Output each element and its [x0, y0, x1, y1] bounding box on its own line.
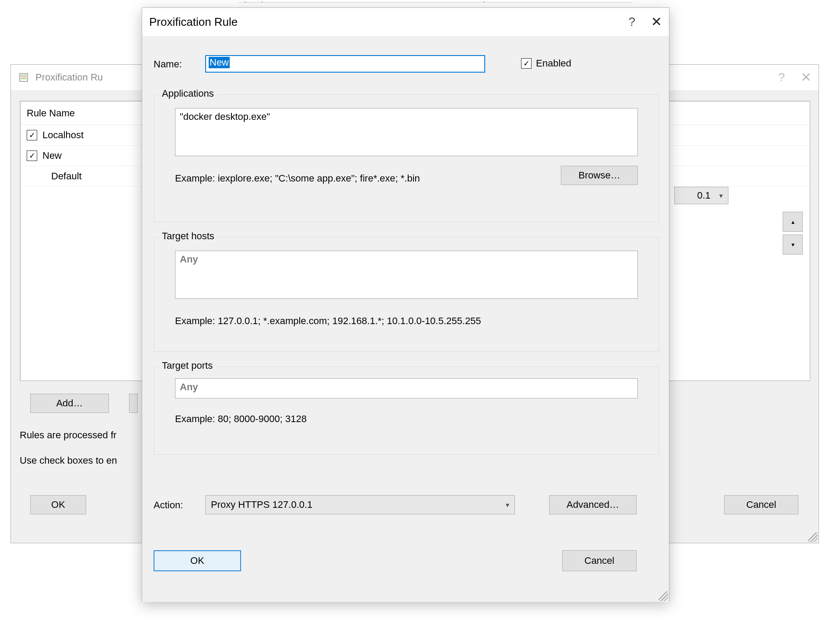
rules-ok-label: OK: [51, 499, 65, 510]
rules-note-1: Rules are processed fr: [20, 430, 116, 441]
rules-window-help-icon[interactable]: ?: [778, 70, 785, 84]
rule-dialog-help-icon[interactable]: ?: [628, 15, 635, 29]
rules-item-label: Localhost: [42, 129, 84, 141]
target-ports-legend: Target ports: [159, 360, 215, 371]
target-hosts-group: Target hosts Any Example: 127.0.0.1; *.e…: [154, 237, 659, 352]
enabled-checkbox[interactable]: ✓ Enabled: [521, 58, 571, 69]
name-label: Name:: [154, 59, 182, 70]
col-time-status-header: Time/Status: [239, 0, 290, 3]
target-ports-group: Target ports Any Example: 80; 8000-9000;…: [154, 367, 659, 455]
rules-window-icon: [18, 72, 29, 83]
checkbox-icon[interactable]: ✓: [27, 130, 37, 140]
enabled-checkbox-label: Enabled: [536, 58, 571, 69]
rules-combo-text: 0.1: [697, 190, 710, 201]
button-partial[interactable]: [129, 394, 138, 413]
name-input-value: New: [209, 57, 230, 68]
rules-combo-partial[interactable]: 0.1 ▾: [674, 187, 728, 204]
chevron-down-icon: ▾: [719, 192, 723, 200]
svg-rect-1: [21, 75, 27, 76]
rules-note-2: Use check boxes to en: [20, 455, 117, 466]
rule-cancel-label: Cancel: [584, 555, 614, 566]
action-select[interactable]: Proxy HTTPS 127.0.0.1 ▾: [205, 495, 515, 514]
chevron-down-icon: ▾: [506, 501, 509, 509]
checkbox-icon[interactable]: ✓: [27, 150, 37, 161]
action-label: Action:: [154, 500, 183, 511]
target-hosts-legend: Target hosts: [159, 231, 217, 242]
spin-down-button[interactable]: ▾: [783, 234, 803, 255]
rule-dialog-titlebar[interactable]: Proxification Rule ? ✕: [142, 8, 669, 36]
col-rule-proxy-header: Rule : Proxy: [471, 0, 523, 3]
spin-up-button[interactable]: ▴: [783, 212, 803, 232]
name-input[interactable]: New: [205, 55, 485, 73]
rules-item-label: New: [42, 150, 62, 161]
browse-button[interactable]: Browse…: [561, 166, 638, 185]
target-hosts-textarea[interactable]: Any: [175, 251, 638, 299]
applications-example: Example: iexplore.exe; "C:\some app.exe"…: [175, 173, 516, 184]
rule-dialog-close-icon[interactable]: ✕: [651, 15, 662, 28]
advanced-button[interactable]: Advanced…: [549, 495, 637, 514]
add-button-label: Add…: [56, 398, 83, 409]
rule-ok-button[interactable]: OK: [154, 550, 241, 571]
rule-cancel-button[interactable]: Cancel: [562, 550, 637, 571]
target-ports-input[interactable]: Any: [175, 378, 638, 398]
resize-grip-icon[interactable]: [658, 591, 668, 601]
target-hosts-example: Example: 127.0.0.1; *.example.com; 192.1…: [175, 315, 638, 327]
add-button[interactable]: Add…: [30, 394, 109, 413]
rules-window-close-icon[interactable]: ✕: [801, 71, 812, 84]
rules-item-label: Default: [51, 171, 82, 182]
browse-button-label: Browse…: [578, 170, 620, 181]
rule-ok-label: OK: [190, 555, 204, 566]
action-select-value: Proxy HTTPS 127.0.0.1: [211, 499, 312, 510]
rules-list-header-rule-name: Rule Name: [27, 108, 75, 119]
rule-dialog-body: Name: New ✓ Enabled Applications "docker…: [142, 36, 669, 602]
rules-ok-button[interactable]: OK: [30, 495, 86, 514]
bg-column-header-row: Time/Status Rule : Proxy: [239, 0, 633, 3]
checkbox-icon: ✓: [521, 58, 532, 69]
rules-cancel-button[interactable]: Cancel: [724, 495, 798, 514]
applications-value: "docker desktop.exe": [180, 111, 270, 122]
rules-window-title: Proxification Ru: [35, 72, 103, 83]
rule-dialog-title: Proxification Rule: [149, 15, 238, 29]
svg-rect-2: [21, 77, 27, 77]
target-ports-example: Example: 80; 8000-9000; 3128: [175, 413, 307, 425]
rule-dialog: Proxification Rule ? ✕ Name: New ✓ Enabl…: [142, 7, 669, 601]
resize-grip-icon[interactable]: [808, 532, 818, 542]
applications-legend: Applications: [159, 88, 217, 99]
advanced-button-label: Advanced…: [567, 499, 619, 510]
applications-group: Applications "docker desktop.exe" Exampl…: [154, 94, 659, 222]
applications-textarea[interactable]: "docker desktop.exe": [175, 108, 638, 156]
rules-cancel-label: Cancel: [746, 499, 776, 510]
target-ports-placeholder: Any: [180, 381, 198, 392]
target-hosts-placeholder: Any: [180, 254, 198, 265]
svg-rect-3: [21, 78, 27, 79]
